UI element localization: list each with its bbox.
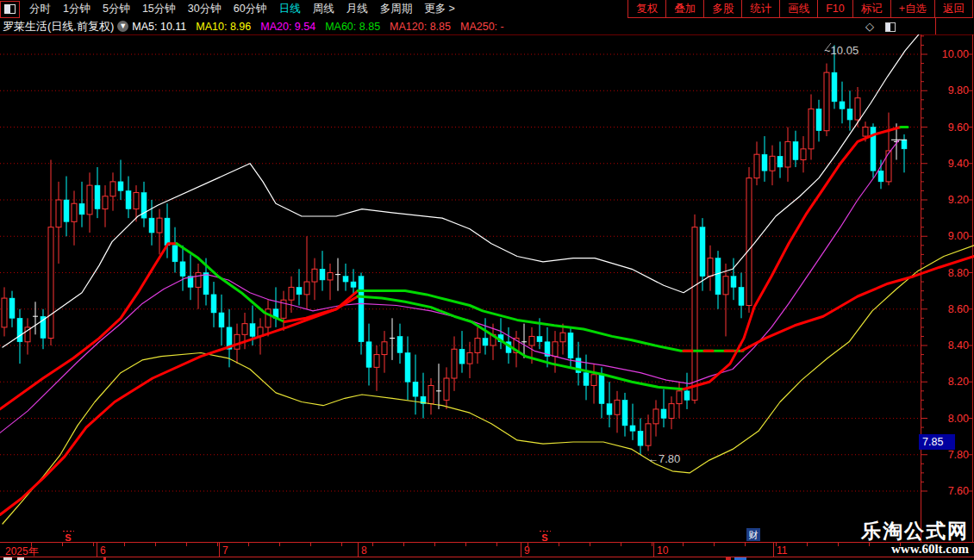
candle-down	[715, 258, 721, 295]
indicator-header: 罗莱生活(日线.前复权) ▼ MA5: 10.11MA10: 8.96MA20:…	[0, 18, 974, 34]
toolbar-buttons: 复权叠加多股统计画线F10标记+自选返回	[627, 0, 973, 18]
candle-up	[242, 324, 247, 335]
date-tick	[590, 543, 590, 546]
period-item-多周期[interactable]: 多周期	[374, 2, 419, 16]
period-item-日线[interactable]: 日线	[273, 2, 307, 16]
ma-label: MA120: 8.85	[390, 21, 451, 33]
candle-down	[684, 391, 690, 401]
month-label: 10	[657, 544, 668, 557]
candle-down	[793, 141, 798, 159]
date-tick	[279, 543, 280, 546]
candle-down	[902, 140, 907, 149]
candle-down	[219, 313, 224, 327]
chevron-down-icon[interactable]: ▼	[117, 21, 128, 32]
candle-down	[661, 409, 666, 419]
month-divider	[653, 543, 654, 557]
low-annotation: ←7.80	[647, 452, 680, 465]
candle-up	[157, 218, 162, 233]
candle-down	[832, 72, 837, 102]
period-item-1分钟[interactable]: 1分钟	[57, 2, 97, 16]
period-item-60分钟[interactable]: 60分钟	[228, 2, 273, 16]
month-divider	[97, 543, 97, 557]
period-item-月线[interactable]: 月线	[340, 2, 374, 16]
date-tick	[217, 543, 218, 546]
toolbar-button-复权[interactable]: 复权	[627, 0, 665, 17]
price-label: 10.00	[942, 48, 969, 60]
candle-up	[265, 309, 271, 327]
period-item-30分钟[interactable]: 30分钟	[182, 2, 228, 16]
ma-label: MA60: 8.85	[325, 21, 380, 33]
toolbar-button-叠加[interactable]: 叠加	[665, 0, 703, 17]
month-label: 7	[222, 544, 228, 557]
toolbar-button-+自选[interactable]: +自选	[890, 0, 934, 17]
toolbar-button-F10[interactable]: F10	[817, 0, 852, 17]
candle-down	[599, 375, 604, 404]
period-menu: 分时1分钟5分钟15分钟30分钟60分钟日线周线月线多周期更多 >	[20, 2, 461, 16]
ma-label: MA5: 10.11	[132, 21, 186, 33]
price-label: 9.00	[948, 230, 969, 242]
date-tick	[186, 543, 187, 546]
candle-down	[397, 336, 403, 352]
period-item-周线[interactable]: 周线	[307, 2, 340, 16]
candle-up	[785, 141, 790, 167]
date-tick	[248, 543, 249, 546]
price-label: 7.60	[948, 485, 969, 497]
candle-up	[475, 339, 480, 353]
ma-value-labels: MA5: 10.11MA10: 8.96MA20: 9.54MA60: 8.85…	[132, 21, 513, 33]
candle-up	[560, 333, 565, 342]
candle-down	[149, 218, 154, 233]
month-divider	[521, 543, 521, 557]
split-view-small-icon[interactable]	[885, 22, 896, 32]
candle-down	[172, 246, 178, 262]
layout-toggle-button[interactable]	[0, 1, 20, 18]
chart-area[interactable]: 7.607.808.008.208.408.608.809.009.209.40…	[0, 34, 974, 542]
candle-down	[816, 109, 821, 130]
candle-down	[180, 262, 185, 277]
candle-up	[304, 282, 309, 295]
candle-up	[48, 227, 53, 339]
date-tick	[807, 543, 808, 546]
period-item-5分钟[interactable]: 5分钟	[97, 2, 136, 16]
candle-down	[211, 295, 216, 313]
month-divider	[219, 543, 220, 557]
candle-up	[87, 185, 92, 215]
date-axis: 2025年 67891011	[0, 542, 974, 557]
period-item-更多 >[interactable]: 更多 >	[418, 2, 461, 16]
date-tick	[403, 543, 404, 546]
toolbar-button-画线[interactable]: 画线	[779, 0, 817, 17]
candle-up	[553, 342, 558, 357]
candle-up	[134, 193, 139, 209]
candlestick-chart[interactable]: 7.607.808.008.208.408.608.809.009.209.40…	[0, 34, 974, 542]
month-label: 8	[361, 544, 367, 557]
price-label: 8.60	[948, 303, 969, 315]
candle-down	[638, 431, 643, 445]
candle-down	[118, 182, 123, 191]
candle-down	[847, 109, 852, 120]
price-tag: 7.85	[922, 436, 943, 448]
toolbar-button-多股[interactable]: 多股	[703, 0, 741, 17]
candle-down	[584, 373, 589, 386]
candle-up	[467, 352, 472, 364]
diamond-icon[interactable]: ◇	[865, 20, 874, 33]
candle-up	[289, 287, 294, 300]
candle-down	[762, 154, 767, 171]
trend-slow-red-rise	[0, 244, 177, 409]
price-label: 9.60	[948, 121, 969, 134]
candle-up	[312, 269, 317, 282]
candle-up	[328, 273, 333, 280]
candle-down	[343, 277, 348, 282]
period-item-分时[interactable]: 分时	[23, 2, 57, 16]
candle-up	[677, 391, 682, 404]
trend-slow-green-fall2	[358, 291, 743, 352]
date-tick	[155, 543, 156, 546]
toolbar-button-标记[interactable]: 标记	[852, 0, 890, 17]
period-item-15分钟[interactable]: 15分钟	[136, 2, 182, 16]
ma-label: MA250: -	[460, 21, 504, 33]
toolbar-button-统计[interactable]: 统计	[741, 0, 779, 17]
candle-up	[452, 349, 457, 378]
toolbar-button-返回[interactable]: 返回	[934, 0, 973, 17]
candle-down	[777, 156, 783, 167]
candle-up	[723, 277, 728, 295]
candle-up	[72, 203, 77, 221]
price-label: 9.40	[948, 158, 969, 170]
